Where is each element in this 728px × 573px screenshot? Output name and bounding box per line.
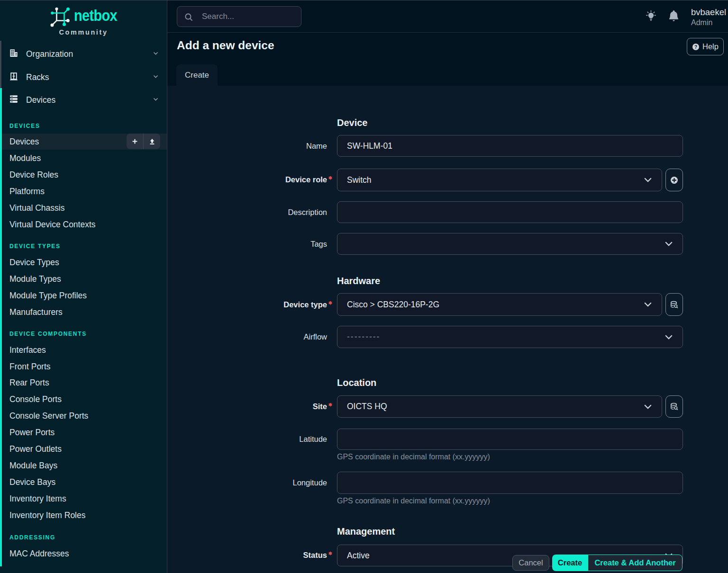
svg-text:?: ? bbox=[694, 44, 697, 49]
